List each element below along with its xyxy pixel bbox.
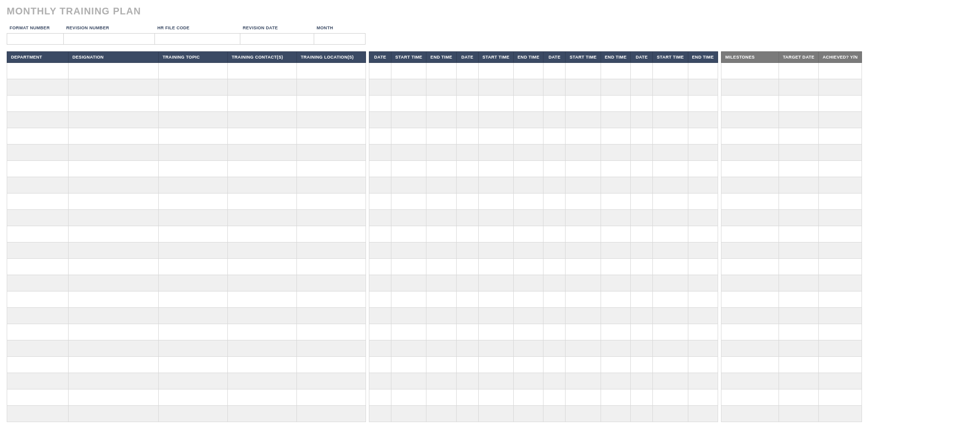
- cell[interactable]: [369, 308, 391, 324]
- cell[interactable]: [543, 96, 566, 112]
- cell[interactable]: [297, 275, 366, 291]
- cell[interactable]: [653, 96, 688, 112]
- cell[interactable]: [7, 259, 69, 275]
- cell[interactable]: [478, 161, 513, 177]
- cell[interactable]: [543, 357, 566, 373]
- cell[interactable]: [721, 275, 779, 291]
- cell[interactable]: [653, 177, 688, 194]
- cell[interactable]: [159, 357, 228, 373]
- cell[interactable]: [426, 177, 456, 194]
- cell[interactable]: [631, 259, 653, 275]
- cell[interactable]: [601, 324, 630, 340]
- cell[interactable]: [601, 145, 630, 161]
- cell[interactable]: [228, 242, 297, 259]
- cell[interactable]: [7, 406, 69, 422]
- cell[interactable]: [653, 308, 688, 324]
- cell[interactable]: [478, 373, 513, 389]
- cell[interactable]: [297, 63, 366, 79]
- cell[interactable]: [391, 210, 426, 226]
- cell[interactable]: [779, 161, 818, 177]
- cell[interactable]: [391, 128, 426, 145]
- cell[interactable]: [818, 112, 862, 128]
- cell[interactable]: [426, 373, 456, 389]
- cell[interactable]: [297, 389, 366, 406]
- cell[interactable]: [7, 194, 69, 210]
- cell[interactable]: [688, 63, 718, 79]
- cell[interactable]: [721, 259, 779, 275]
- cell[interactable]: [653, 161, 688, 177]
- cell[interactable]: [601, 96, 630, 112]
- cell[interactable]: [228, 373, 297, 389]
- cell[interactable]: [478, 242, 513, 259]
- cell[interactable]: [653, 389, 688, 406]
- cell[interactable]: [456, 112, 478, 128]
- cell[interactable]: [69, 145, 159, 161]
- cell[interactable]: [159, 308, 228, 324]
- cell[interactable]: [159, 112, 228, 128]
- cell[interactable]: [818, 373, 862, 389]
- cell[interactable]: [7, 308, 69, 324]
- cell[interactable]: [297, 340, 366, 357]
- cell[interactable]: [514, 357, 543, 373]
- cell[interactable]: [69, 210, 159, 226]
- cell[interactable]: [631, 308, 653, 324]
- cell[interactable]: [779, 259, 818, 275]
- cell[interactable]: [159, 177, 228, 194]
- cell[interactable]: [478, 406, 513, 422]
- cell[interactable]: [159, 242, 228, 259]
- cell[interactable]: [478, 340, 513, 357]
- cell[interactable]: [543, 177, 566, 194]
- cell[interactable]: [456, 324, 478, 340]
- cell[interactable]: [779, 357, 818, 373]
- cell[interactable]: [69, 96, 159, 112]
- cell[interactable]: [566, 373, 601, 389]
- cell[interactable]: [779, 324, 818, 340]
- cell[interactable]: [566, 112, 601, 128]
- cell[interactable]: [159, 145, 228, 161]
- cell[interactable]: [426, 210, 456, 226]
- cell[interactable]: [631, 275, 653, 291]
- cell[interactable]: [478, 79, 513, 96]
- cell[interactable]: [69, 406, 159, 422]
- cell[interactable]: [426, 63, 456, 79]
- cell[interactable]: [566, 259, 601, 275]
- cell[interactable]: [228, 210, 297, 226]
- cell[interactable]: [478, 63, 513, 79]
- cell[interactable]: [7, 242, 69, 259]
- cell[interactable]: [297, 406, 366, 422]
- cell[interactable]: [369, 63, 391, 79]
- cell[interactable]: [478, 308, 513, 324]
- cell[interactable]: [779, 112, 818, 128]
- cell[interactable]: [369, 291, 391, 308]
- cell[interactable]: [653, 194, 688, 210]
- cell[interactable]: [543, 291, 566, 308]
- cell[interactable]: [228, 79, 297, 96]
- cell[interactable]: [818, 406, 862, 422]
- cell[interactable]: [391, 63, 426, 79]
- cell[interactable]: [426, 194, 456, 210]
- cell[interactable]: [721, 194, 779, 210]
- cell[interactable]: [456, 161, 478, 177]
- cell[interactable]: [514, 340, 543, 357]
- cell[interactable]: [631, 128, 653, 145]
- cell[interactable]: [426, 128, 456, 145]
- cell[interactable]: [779, 226, 818, 242]
- cell[interactable]: [631, 226, 653, 242]
- cell[interactable]: [818, 357, 862, 373]
- cell[interactable]: [69, 226, 159, 242]
- cell[interactable]: [426, 242, 456, 259]
- cell[interactable]: [7, 357, 69, 373]
- cell[interactable]: [601, 406, 630, 422]
- cell[interactable]: [456, 79, 478, 96]
- cell[interactable]: [601, 226, 630, 242]
- cell[interactable]: [456, 340, 478, 357]
- cell[interactable]: [601, 389, 630, 406]
- cell[interactable]: [159, 96, 228, 112]
- cell[interactable]: [369, 324, 391, 340]
- cell[interactable]: [391, 340, 426, 357]
- cell[interactable]: [297, 161, 366, 177]
- cell[interactable]: [653, 291, 688, 308]
- cell[interactable]: [478, 259, 513, 275]
- cell[interactable]: [7, 324, 69, 340]
- cell[interactable]: [297, 210, 366, 226]
